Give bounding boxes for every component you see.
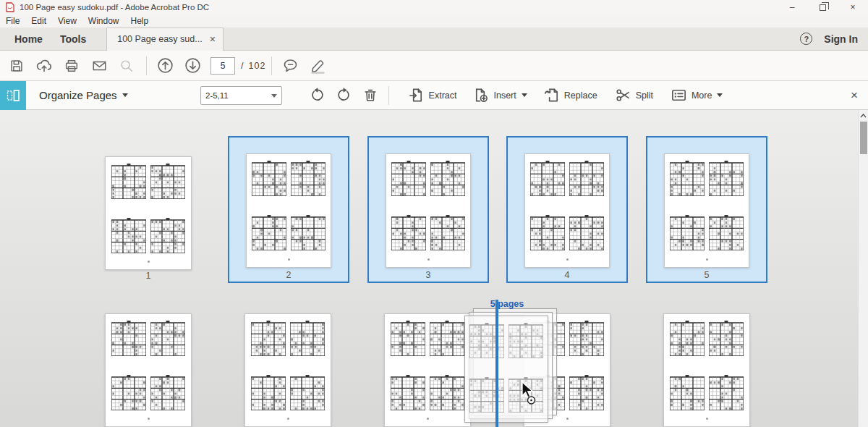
sudoku-grid	[569, 321, 604, 356]
page-thumbnail[interactable]	[664, 153, 749, 268]
page-footer-mark	[566, 258, 569, 261]
rotate-right-button[interactable]	[336, 87, 352, 103]
sudoku-grid	[111, 375, 146, 410]
sudoku-grid	[150, 375, 185, 410]
tab-tools[interactable]: Tools	[57, 33, 89, 45]
sudoku-grid	[530, 215, 565, 250]
split-label: Split	[636, 90, 653, 101]
tab-home[interactable]: Home	[12, 33, 46, 45]
selected-page-5[interactable]: 5	[646, 136, 767, 283]
page-footer-mark	[706, 258, 708, 261]
organize-pages-icon	[0, 81, 26, 110]
tab-document[interactable]: 100 Page easy sud... ×	[106, 28, 224, 51]
menu-help[interactable]: Help	[125, 16, 155, 26]
highlighter-icon[interactable]	[308, 56, 327, 75]
page-number-input[interactable]	[210, 57, 235, 75]
tab-bar: Home Tools 100 Page easy sud... × ? Sign…	[0, 28, 868, 51]
sudoku-grid	[530, 161, 565, 196]
sudoku-grid	[391, 321, 425, 356]
sudoku-grid-group	[664, 314, 749, 410]
rotate-left-button[interactable]	[309, 87, 326, 103]
sudoku-grid	[290, 321, 325, 356]
restore-button[interactable]	[807, 0, 838, 14]
selected-page-2[interactable]: 2	[228, 136, 349, 283]
insert-button[interactable]: Insert	[472, 87, 527, 103]
sudoku-grid	[291, 161, 326, 196]
page-footer-mark	[427, 418, 429, 420]
page-thumbnail[interactable]	[244, 313, 331, 427]
chevron-down-icon	[717, 93, 723, 97]
next-page-icon[interactable]	[183, 56, 202, 75]
page-thumbnail[interactable]	[246, 153, 331, 268]
insert-label: Insert	[493, 90, 516, 101]
page-footer-mark	[287, 418, 289, 420]
email-icon[interactable]	[90, 56, 109, 75]
selected-page-3[interactable]: 3	[367, 136, 489, 283]
sudoku-grid	[430, 215, 465, 250]
selected-page-4[interactable]: 4	[506, 136, 628, 283]
delete-pages-button[interactable]	[362, 87, 378, 103]
share-upload-icon[interactable]	[35, 56, 54, 75]
menu-window[interactable]: Window	[82, 16, 125, 26]
previous-page-icon[interactable]	[156, 56, 174, 75]
vertical-scrollbar[interactable]	[858, 110, 868, 427]
page-thumbnail-1[interactable]	[105, 156, 192, 270]
close-window-button[interactable]: ×	[838, 0, 868, 14]
page-range-input[interactable]	[205, 91, 268, 100]
replace-label: Replace	[564, 90, 597, 101]
sudoku-grid	[150, 218, 185, 253]
page-footer-mark	[706, 418, 708, 420]
drop-insertion-line	[495, 300, 498, 427]
close-organize-pages-icon[interactable]: ×	[851, 81, 858, 110]
replace-button[interactable]: Replace	[543, 87, 597, 103]
minimize-button[interactable]: –	[777, 0, 807, 14]
sudoku-grid-group	[106, 314, 191, 410]
sudoku-grid-group	[245, 314, 331, 410]
page-thumbnail[interactable]	[386, 153, 471, 268]
sudoku-grid-group	[525, 154, 609, 250]
page-thumbnail[interactable]	[384, 313, 471, 427]
sudoku-grid	[111, 164, 146, 199]
page-footer-mark	[288, 258, 290, 261]
organize-pages-menu[interactable]: Organize Pages	[39, 89, 128, 101]
sudoku-grid	[670, 321, 705, 356]
page-count-separator: /	[241, 61, 244, 71]
menu-edit[interactable]: Edit	[25, 16, 52, 26]
sudoku-grid	[569, 215, 604, 250]
main-toolbar: / 102	[0, 51, 868, 81]
toolbar-separator	[271, 56, 272, 75]
sudoku-grid	[150, 164, 185, 199]
drag-cursor-icon	[516, 381, 538, 408]
chevron-down-icon[interactable]	[271, 94, 277, 98]
page-number-label: 2	[229, 270, 348, 280]
sudoku-grid	[709, 215, 744, 250]
page-number-label: 5	[647, 270, 766, 280]
sudoku-grid	[251, 375, 286, 410]
sign-in-link[interactable]: Sign In	[824, 33, 858, 45]
print-icon[interactable]	[62, 56, 81, 75]
help-icon[interactable]: ?	[800, 33, 812, 45]
scrollbar-thumb[interactable]	[860, 122, 867, 154]
sudoku-grid	[709, 375, 744, 410]
close-tab-icon[interactable]: ×	[210, 33, 216, 45]
sudoku-grid	[252, 215, 286, 250]
search-icon[interactable]	[117, 56, 136, 75]
sudoku-grid	[291, 215, 326, 250]
save-icon[interactable]	[7, 56, 26, 75]
split-button[interactable]: Split	[615, 87, 653, 103]
extract-button[interactable]: Extract	[408, 87, 457, 103]
menu-view[interactable]: View	[52, 16, 82, 26]
page-footer-mark	[148, 418, 150, 420]
sudoku-grid	[391, 375, 425, 410]
page-footer-mark	[148, 261, 150, 263]
comment-icon[interactable]	[281, 56, 299, 75]
sudoku-grid-group	[106, 157, 191, 253]
sudoku-grid	[430, 161, 465, 196]
more-button[interactable]: More	[671, 87, 723, 103]
scroll-up-icon[interactable]	[859, 110, 868, 121]
page-range-combo[interactable]	[200, 86, 282, 105]
page-thumbnail[interactable]	[663, 313, 750, 427]
page-thumbnail[interactable]	[524, 153, 610, 268]
page-thumbnail[interactable]	[105, 313, 192, 427]
menu-file[interactable]: File	[0, 16, 25, 26]
